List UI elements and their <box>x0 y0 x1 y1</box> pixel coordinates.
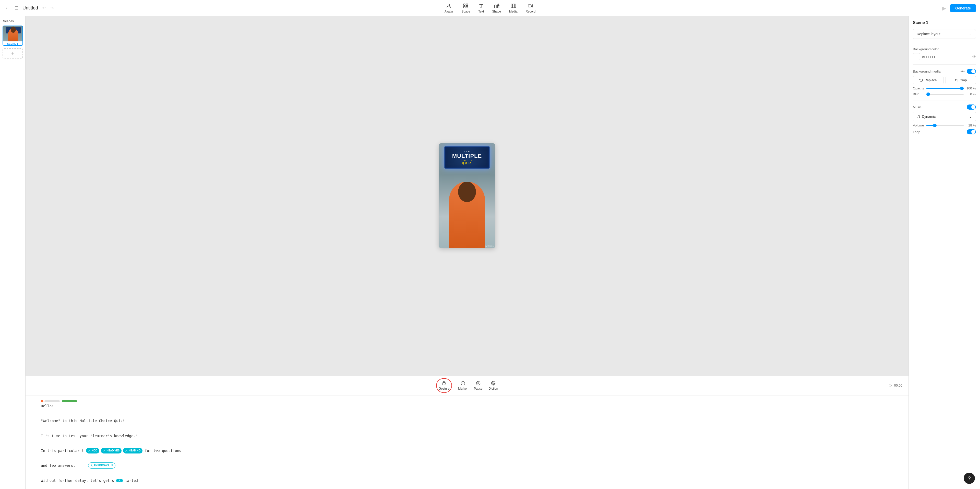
bg-color-section: Background color #FFFFFF 👁 <box>913 47 976 60</box>
volume-slider[interactable] <box>926 125 964 126</box>
canvas-wrapper: THE MULTIPLE CHOICE QUIZ synthesia <box>25 16 908 375</box>
media-more-button[interactable]: ••• <box>960 69 965 73</box>
back-button[interactable]: ← <box>4 4 11 12</box>
music-toggle-slider <box>967 105 976 110</box>
music-label: Music <box>913 105 921 109</box>
toolbar-space[interactable]: Space <box>461 3 470 13</box>
volume-row: Volume 18 % <box>913 123 976 127</box>
script-line-1: Hello! <box>41 403 893 409</box>
video-background: THE MULTIPLE CHOICE QUIZ synthesia <box>439 143 495 248</box>
diction-tool[interactable]: Diction <box>489 381 498 390</box>
toolbar-avatar[interactable]: Avatar <box>445 3 453 13</box>
svg-marker-6 <box>497 3 499 5</box>
bg-media-toggle[interactable] <box>967 69 976 74</box>
bg-color-row: #FFFFFF 👁 <box>913 53 976 60</box>
volume-value: 18 % <box>966 123 976 127</box>
toolbar-media-label: Media <box>509 10 517 13</box>
nod-marker[interactable]: NOD <box>86 448 99 454</box>
document-title: Untitled <box>22 5 38 11</box>
music-icon <box>917 115 920 118</box>
generate-button[interactable]: Generate <box>950 4 976 12</box>
svg-point-7 <box>497 6 499 8</box>
script-area: Gesture Marker <box>25 375 908 489</box>
script-line-4 <box>41 425 893 432</box>
eyebrows-marker[interactable]: EYEBROWS UP <box>88 462 115 468</box>
svg-rect-2 <box>466 3 468 5</box>
opacity-thumb[interactable] <box>960 87 964 90</box>
crop-icon <box>955 78 958 82</box>
toolbar-record[interactable]: Record <box>526 3 536 13</box>
replace-layout-button[interactable]: Replace layout ⌄ <box>913 29 976 39</box>
toolbar: Avatar Space Text Shape <box>445 3 536 13</box>
volume-label: Volume <box>913 123 924 127</box>
crop-label: Crop <box>959 78 967 82</box>
music-toggle[interactable] <box>967 105 976 110</box>
bg-media-section: Background media ••• Replace Crop <box>913 69 976 96</box>
add-scene-button[interactable]: + <box>3 48 23 59</box>
opacity-row: Opacity 100 % <box>913 86 976 90</box>
time-value: 00:00 <box>894 384 902 387</box>
bg-media-label: Background media <box>913 70 940 73</box>
scene-thumb-avatar <box>8 29 18 41</box>
eye-icon[interactable]: 👁 <box>972 55 976 59</box>
toolbar-shape[interactable]: Shape <box>492 3 501 13</box>
opacity-slider[interactable] <box>926 88 964 89</box>
volume-thumb[interactable] <box>933 124 937 127</box>
scene-1-preview: MULTIPLE <box>3 26 23 41</box>
inline-marker[interactable] <box>116 479 123 483</box>
media-action-buttons: Replace Crop <box>913 76 976 84</box>
time-display: 00:00 <box>888 384 902 387</box>
script-line-6 <box>41 440 893 447</box>
blur-thumb[interactable] <box>926 92 930 96</box>
opacity-value: 100 % <box>966 86 976 90</box>
crop-button[interactable]: Crop <box>945 76 976 84</box>
marker-tool[interactable]: Marker <box>458 381 468 390</box>
svg-point-20 <box>126 450 127 451</box>
scene-1-thumbnail[interactable]: MULTIPLE SCENE 1 <box>3 25 23 46</box>
divider-2 <box>913 64 976 65</box>
script-line-7: In this particular t NOD HEAD YES HEA <box>41 448 893 454</box>
color-preview[interactable] <box>913 53 920 60</box>
topbar: ← ☰ Untitled ↶ ↷ Avatar Space Text <box>0 0 980 16</box>
replace-layout-section: Replace layout ⌄ <box>913 29 976 39</box>
right-panel: Scene 1 Replace layout ⌄ Background colo… <box>908 16 980 489</box>
undo-button[interactable]: ↶ <box>41 5 46 11</box>
svg-point-18 <box>89 450 90 451</box>
blur-slider[interactable] <box>926 94 964 95</box>
gesture-tool[interactable]: Gesture <box>436 378 452 393</box>
replace-button[interactable]: Replace <box>913 76 943 84</box>
loop-row: Loop <box>913 129 976 134</box>
blur-label: Blur <box>913 92 924 96</box>
script-line-3: "Welcome" to this Multiple Choice Quiz! <box>41 418 893 424</box>
music-select-button[interactable]: Dynamic ⌄ <box>913 111 976 121</box>
toolbar-shape-label: Shape <box>492 10 501 13</box>
redo-button[interactable]: ↷ <box>49 5 55 11</box>
script-toolbar: Gesture Marker <box>25 376 908 396</box>
music-chevron-icon: ⌄ <box>969 115 972 119</box>
svg-point-19 <box>104 450 105 451</box>
opacity-label: Opacity <box>913 86 924 90</box>
toolbar-avatar-label: Avatar <box>445 10 453 13</box>
pause-tool[interactable]: Pause <box>474 381 483 390</box>
help-button[interactable]: ? <box>964 473 975 484</box>
head-no-marker[interactable]: HEAD NO <box>123 448 143 454</box>
chevron-down-icon: ⌄ <box>969 32 972 36</box>
svg-point-21 <box>91 465 92 465</box>
play-icon <box>888 384 892 387</box>
preview-play-button[interactable]: ▶ <box>941 4 947 12</box>
svg-point-22 <box>119 479 120 480</box>
menu-button[interactable]: ☰ <box>14 5 19 11</box>
script-line-11: Without further delay, let's get s tarte… <box>41 478 893 484</box>
video-canvas[interactable]: THE MULTIPLE CHOICE QUIZ synthesia <box>439 143 495 248</box>
toolbar-media[interactable]: Media <box>509 3 517 13</box>
scene-1-label: SCENE 1 <box>3 42 22 45</box>
blur-row: Blur 0 % <box>913 92 976 96</box>
main-layout: Scenes MULTIPLE SCENE 1 + <box>0 16 980 489</box>
script-content[interactable]: Hello! "Welcome" to this Multiple Choice… <box>25 396 908 489</box>
watermark: synthesia <box>485 245 493 247</box>
svg-point-12 <box>463 384 463 384</box>
loop-toggle[interactable] <box>967 129 976 134</box>
gesture-tool-label: Gesture <box>439 387 450 390</box>
toolbar-text[interactable]: Text <box>478 3 484 13</box>
head-yes-marker[interactable]: HEAD YES <box>101 448 121 454</box>
